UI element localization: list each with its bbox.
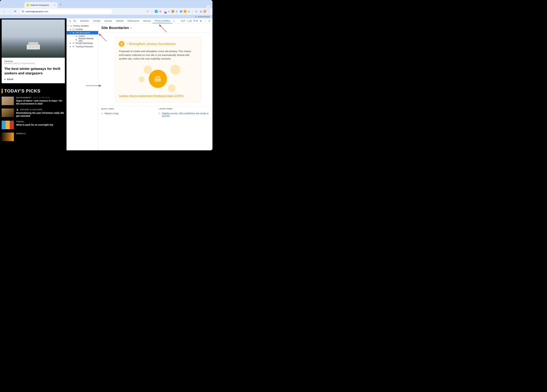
hero-eyebrow: TRAVEL (4, 60, 62, 62)
devtools-sidebar-tree: ▼ ◎ Privacy Sandbox ▶◯Cookies▼⊞Site Boun… (67, 23, 98, 150)
svg-rect-7 (75, 20, 75, 22)
latest-news-heading: LATEST NEWS (159, 108, 210, 110)
footer-links: QUICK LINKS Report a bug LATEST NEWS Dig… (98, 106, 212, 119)
extension-icon[interactable] (171, 10, 174, 13)
inspect-icon[interactable] (68, 19, 72, 23)
bounds-icon: ⊞ (72, 32, 75, 34)
maximize-window-icon[interactable] (14, 4, 16, 6)
device-toggle-icon[interactable] (72, 19, 77, 23)
reload-button[interactable]: ⟳ (13, 9, 17, 14)
minimize-window-icon[interactable] (11, 4, 13, 6)
pick-thumbnail (2, 97, 14, 105)
close-window-icon[interactable] (7, 4, 9, 6)
new-tab-button[interactable]: + (60, 3, 62, 6)
extension-icon[interactable]: 34 (179, 10, 183, 13)
tree-item-site-boundaries[interactable]: ▼⊞Site Boundaries (67, 31, 98, 34)
shield-icon: ⛨ (72, 46, 75, 48)
devtools-tab-network[interactable]: Network (114, 19, 125, 23)
more-tabs-button[interactable]: » (172, 19, 176, 23)
detail-heading: Site Boundaries (101, 26, 129, 30)
browser-tab[interactable]: National Geographic × (24, 2, 57, 8)
pick-item[interactable]: TRAVEL What to pack for an overnight tri… (2, 121, 65, 129)
error-count[interactable]: ⊗27 (180, 20, 186, 22)
profile-avatar[interactable] (203, 10, 206, 13)
svg-rect-3 (33, 46, 34, 48)
pick-thumbnail (2, 133, 14, 141)
back-button[interactable]: ← (2, 9, 6, 14)
google-icon[interactable]: G (195, 10, 198, 13)
close-tab-icon[interactable]: × (54, 4, 55, 7)
tab-favicon-icon (26, 4, 29, 7)
devtools-tab-elements[interactable]: Elements (78, 19, 91, 23)
hero-image (2, 20, 65, 58)
devtools-tab-bar: ElementsConsoleSourcesNetworkPerformance… (67, 19, 212, 23)
site-info-icon[interactable]: ⊞ (22, 10, 24, 13)
quick-link-item[interactable]: Report a bug (101, 112, 152, 115)
hero-subeyebrow: ADVENTURES EVERYWHERE (4, 63, 62, 64)
issue-count[interactable]: ⚑74 (193, 20, 198, 22)
close-devtools-icon[interactable]: ✕ (207, 20, 211, 22)
svg-rect-4 (36, 46, 37, 48)
chips-link[interactable]: Cookies Having Independent Partitioned S… (119, 95, 184, 97)
settings-icon[interactable]: ⚙ (199, 20, 203, 22)
devtools-panel: ElementsConsoleSourcesNetworkPerformance… (67, 19, 212, 150)
sidepanel-icon[interactable]: ◨ (199, 10, 202, 13)
devtools-tab-sources[interactable]: Sources (103, 19, 114, 23)
pick-item[interactable]: ANIMALS (2, 133, 65, 141)
devtools-tab-performance[interactable]: Performance (125, 19, 141, 23)
kebab-menu-icon[interactable]: ⋮ (207, 10, 211, 13)
quick-links-heading: QUICK LINKS (101, 108, 152, 110)
hero-card[interactable]: TRAVEL ADVENTURES EVERYWHERE The best wi… (2, 20, 65, 83)
warning-count[interactable]: ▲32 (186, 20, 192, 22)
pick-item[interactable]: ENVIRONMENT2023 IN REVIEW Signs of alarm… (2, 97, 65, 105)
pick-category: ANIMALS (16, 133, 65, 135)
tab-strip: National Geographic × + (0, 0, 212, 8)
extension-icon[interactable]: ⛨ (175, 10, 178, 13)
pick-category: 🔒HISTORY & CULTURE (16, 108, 65, 111)
read-button[interactable]: READ (4, 78, 62, 81)
eye-off-icon[interactable]: 👁 (146, 10, 150, 13)
fence-icon (149, 70, 167, 88)
todays-picks-section: TODAY'S PICKS ENVIRONMENT2023 IN REVIEW … (2, 88, 65, 141)
tab-overflow-button[interactable]: ⌄ (206, 5, 211, 9)
web-page: TRAVEL ADVENTURES EVERYWHERE The best wi… (0, 19, 67, 150)
extension-icon[interactable]: ✔ (167, 10, 171, 13)
star-icon[interactable]: ☆ (150, 10, 154, 13)
all-bookmarks-link[interactable]: All Bookmarks (198, 16, 210, 18)
pick-thumbnail (2, 121, 14, 129)
extension-icon[interactable] (184, 10, 186, 13)
ad-icon: ✉ (72, 42, 75, 44)
tree-root[interactable]: ▼ ◎ Privacy Sandbox (67, 24, 98, 27)
tree-item-cookies[interactable]: ▶◯Cookies (67, 27, 98, 31)
picks-heading: TODAY'S PICKS (4, 88, 41, 94)
devtools-tab-console[interactable]: Console (91, 19, 103, 23)
kebab-menu-icon[interactable]: ⋮ (203, 20, 207, 22)
address-bar[interactable]: ⊞ nationalgeographic.com (20, 9, 112, 14)
tab-title: National Geographic (30, 4, 49, 6)
url-text: nationalgeographic.com (25, 10, 48, 13)
tree-item-related-website-sets[interactable]: ⊕Related Website Sets (67, 38, 98, 41)
tree-item-tracking-protection[interactable]: ▶⛨Tracking Protection (67, 45, 98, 48)
pick-title: What to pack for an overnight trip (16, 123, 65, 126)
extensions-icon[interactable]: ⊞ (187, 10, 191, 13)
devtools-tab-privacy-sandbox[interactable]: Privacy Sandbox (153, 19, 172, 23)
card-body: Proposals to create and strengthen cross… (119, 49, 197, 61)
globe-icon (119, 41, 124, 47)
bookmarks-bar: 🗀 All Bookmarks (0, 15, 212, 19)
cookie-icon: ◯ (72, 28, 75, 30)
card-illustration (119, 64, 197, 94)
forward-button[interactable]: → (7, 9, 12, 14)
extension-icon[interactable]: ⌂22 (163, 10, 166, 13)
bullet-icon (101, 113, 103, 115)
extension-icon[interactable] (155, 10, 158, 13)
extension-icon[interactable]: O (159, 10, 162, 13)
pick-item[interactable]: 🔒HISTORY & CULTURE Remembering the year … (2, 108, 65, 117)
devtools-tab-memory[interactable]: Memory (141, 19, 153, 23)
news-item[interactable]: Digiday survey: Why publishers are ready… (159, 112, 210, 117)
svg-rect-1 (28, 42, 38, 45)
browser-chrome: National Geographic × + ← → ⟳ ⊞ national… (0, 0, 212, 19)
bullet-icon (159, 113, 160, 115)
card-title: Strengthen privacy boundaries (129, 42, 176, 46)
heading-dropdown-icon[interactable]: ▼ (130, 27, 132, 29)
pick-category: TRAVEL (16, 121, 65, 123)
